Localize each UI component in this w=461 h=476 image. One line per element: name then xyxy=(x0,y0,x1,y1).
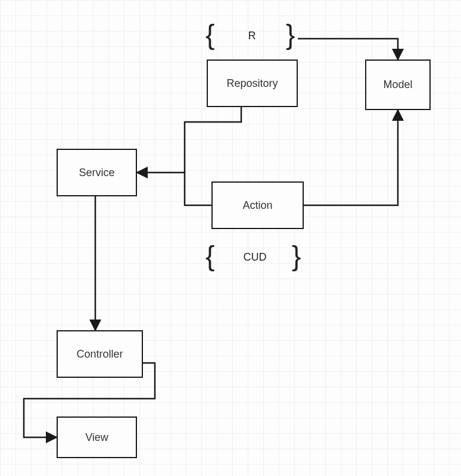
edge-action-model xyxy=(304,110,398,205)
brace-close-r: } xyxy=(286,21,295,48)
node-model: Model xyxy=(365,60,431,110)
node-label: Repository xyxy=(226,77,278,90)
node-repository: Repository xyxy=(207,60,298,107)
brace-open-cud: { xyxy=(205,242,214,270)
node-label: View xyxy=(85,431,108,444)
node-service: Service xyxy=(57,149,137,196)
edge-action-service xyxy=(137,173,211,205)
brace-close-cud: } xyxy=(292,242,301,270)
edge-repository-down xyxy=(185,107,241,173)
node-label: Service xyxy=(79,167,114,179)
node-action: Action xyxy=(211,181,304,229)
node-view: View xyxy=(57,416,137,458)
node-label: Action xyxy=(242,199,272,212)
node-label: Model xyxy=(383,79,412,91)
node-label: Controller xyxy=(76,348,123,361)
diagram-canvas: { R } { CUD } Repository Model Service A… xyxy=(0,0,461,476)
brace-open-r: { xyxy=(205,21,214,48)
edge-repository-model xyxy=(298,39,398,60)
annotation-cud: CUD xyxy=(237,251,273,264)
node-controller: Controller xyxy=(57,330,143,378)
annotation-r: R xyxy=(243,30,261,42)
